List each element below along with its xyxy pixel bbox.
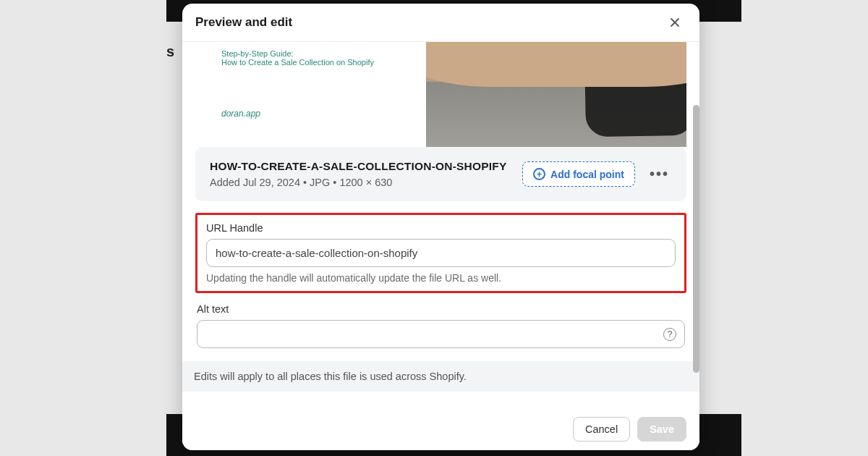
alt-text-label: Alt text <box>197 303 685 315</box>
image-preview: Step-by-Step Guide: How to Create a Sale… <box>195 42 686 147</box>
save-button[interactable]: Save <box>637 417 686 442</box>
scrollbar-thumb[interactable] <box>693 105 699 373</box>
question-circle-icon: ? <box>668 329 673 339</box>
info-banner: Edits will apply to all places this file… <box>182 361 699 392</box>
url-handle-label: URL Handle <box>206 222 676 234</box>
preview-photo-panel <box>426 42 686 147</box>
more-actions-button[interactable]: ••• <box>647 163 672 185</box>
url-handle-help: Updating the handle will automatically u… <box>206 272 676 284</box>
cancel-button[interactable]: Cancel <box>573 417 630 442</box>
add-focal-point-button[interactable]: + Add focal point <box>522 161 635 187</box>
alt-text-input[interactable] <box>197 320 685 348</box>
dots-horizontal-icon: ••• <box>650 166 669 182</box>
close-button[interactable] <box>666 14 684 31</box>
url-handle-section-highlight: URL Handle Updating the handle will auto… <box>195 213 686 293</box>
file-name: HOW-TO-CREATE-A-SALE-COLLECTION-ON-SHOPI… <box>210 160 511 173</box>
background-letter: s <box>166 43 174 60</box>
modal-footer: Cancel Save <box>182 408 699 450</box>
photo-desk <box>426 42 686 87</box>
file-meta-text: HOW-TO-CREATE-A-SALE-COLLECTION-ON-SHOPI… <box>210 160 511 188</box>
plus-circle-icon: + <box>533 168 545 180</box>
modal-header: Preview and edit <box>182 4 699 42</box>
preview-line2: How to Create a Sale Collection on Shopi… <box>221 58 417 67</box>
preview-text-panel: Step-by-Step Guide: How to Create a Sale… <box>195 42 426 147</box>
close-icon <box>669 17 681 28</box>
preview-brand: doran.app <box>221 109 417 119</box>
focal-point-label: Add focal point <box>550 169 624 180</box>
file-meta-line: Added Jul 29, 2024 • JPG • 868 × 456 <box>210 177 511 188</box>
alt-text-section: Alt text ? <box>195 303 686 348</box>
alt-text-help-button[interactable]: ? <box>663 328 676 341</box>
modal-title: Preview and edit <box>195 15 292 30</box>
preview-line1: Step-by-Step Guide: <box>221 49 417 58</box>
preview-edit-modal: Preview and edit Step-by-Step Guide: How… <box>182 4 699 450</box>
url-handle-input[interactable] <box>206 239 676 267</box>
modal-body: Step-by-Step Guide: How to Create a Sale… <box>182 42 699 408</box>
file-meta-card: HOW-TO-CREATE-A-SALE-COLLECTION-ON-SHOPI… <box>195 147 686 201</box>
